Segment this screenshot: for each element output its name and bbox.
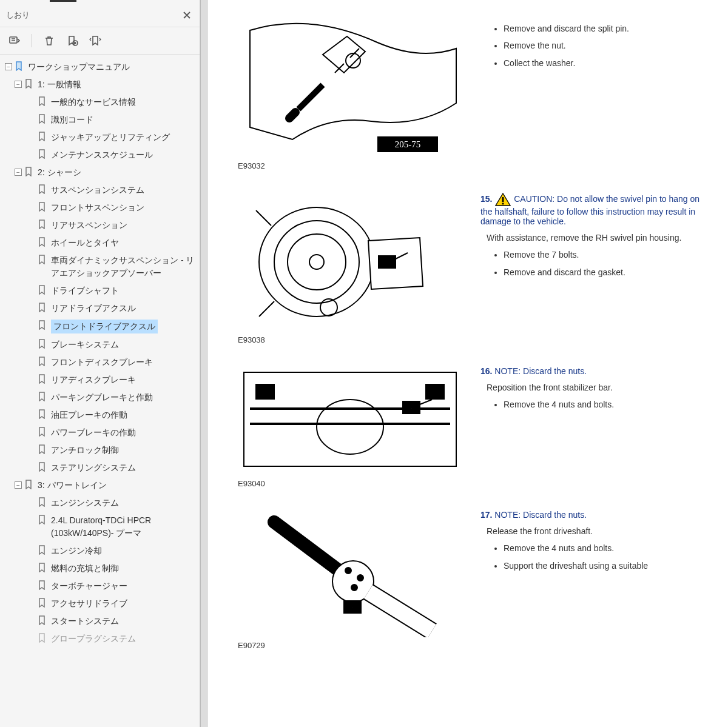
bookmarks-tree[interactable]: −ワークショップマニュアル−1: 一般情報一般的なサービス情報識別コードジャッキ… <box>0 55 200 727</box>
bookmark-item[interactable]: −1: 一般情報 <box>4 76 197 93</box>
tree-toggle-icon[interactable]: − <box>15 81 22 88</box>
figure-e93038: x7 <box>238 192 462 332</box>
bookmark-item[interactable]: リアサスペンション <box>4 216 197 234</box>
bookmark-item[interactable]: 燃料の充填と制御 <box>4 560 197 577</box>
tree-toggle-icon[interactable]: − <box>5 63 12 70</box>
bookmark-label: ワークショップマニュアル <box>28 61 130 73</box>
bookmark-icon <box>38 219 47 230</box>
document-viewport[interactable]: 205-75 E93032 Remove and discard the spl… <box>207 0 728 727</box>
bookmark-item[interactable]: −3: パワートレイン <box>4 477 197 494</box>
bookmark-label: ステアリングシステム <box>51 461 136 474</box>
panel-title: しおり <box>6 10 30 21</box>
tree-toggle-icon <box>28 322 35 329</box>
pane-divider[interactable] <box>200 0 207 727</box>
tree-toggle-icon[interactable]: − <box>15 169 22 176</box>
bookmark-icon <box>38 303 47 313</box>
tree-toggle-icon <box>28 464 35 471</box>
svg-text:x4: x4 <box>407 403 416 412</box>
bookmark-icon <box>38 255 47 266</box>
bookmark-label: 1: 一般情報 <box>38 78 81 91</box>
bookmark-item[interactable]: サスペンションシステム <box>4 181 197 199</box>
bookmark-label: フロントドライブアクスル <box>51 320 158 333</box>
tree-toggle-icon <box>28 429 35 436</box>
tool-label: 205-75 <box>395 139 421 149</box>
bookmark-icon <box>38 320 47 331</box>
expand-icon[interactable] <box>87 32 104 49</box>
bookmark-item[interactable]: フロントディスクブレーキ <box>4 353 197 371</box>
tree-toggle-icon <box>28 376 35 383</box>
bookmark-item[interactable]: スタートシステム <box>4 612 197 630</box>
bookmark-icon <box>38 497 47 508</box>
caution-icon <box>494 192 511 207</box>
bookmark-item[interactable]: アンチロック制御 <box>4 441 197 459</box>
figure-caption: E93032 <box>238 161 462 170</box>
bookmark-icon <box>38 409 47 420</box>
tree-toggle-icon <box>28 133 35 141</box>
bookmark-label: アンチロック制御 <box>51 444 119 457</box>
bookmark-item[interactable]: ステアリングシステム <box>4 459 197 477</box>
bookmark-item[interactable]: 識別コード <box>4 111 197 129</box>
bookmark-item[interactable]: フロントドライブアクスル <box>4 317 197 336</box>
bookmark-icon <box>38 114 47 125</box>
bookmark-label: ジャッキアップとリフティング <box>51 131 170 144</box>
bookmark-item[interactable]: パワーブレーキの作動 <box>4 424 197 441</box>
tree-toggle-icon <box>28 304 35 312</box>
tree-toggle-icon <box>28 411 35 418</box>
tree-toggle-icon[interactable]: − <box>15 481 22 489</box>
bookmark-label: リアドライブアクスル <box>51 302 136 315</box>
bookmark-item[interactable]: エンジンシステム <box>4 494 197 512</box>
tree-toggle-icon <box>28 151 35 158</box>
bookmark-label: アクセサリドライブ <box>51 597 127 610</box>
bookmark-label: 2: シャーシ <box>38 166 81 179</box>
bookmark-item[interactable]: 油圧ブレーキの作動 <box>4 406 197 424</box>
bookmark-item[interactable]: リアディスクブレーキ <box>4 371 197 389</box>
bookmark-item[interactable]: 一般的なサービス情報 <box>4 93 197 111</box>
svg-rect-15 <box>256 384 274 399</box>
svg-point-21 <box>357 575 363 581</box>
add-bookmark-icon[interactable] <box>64 32 81 49</box>
bookmark-icon <box>38 96 47 107</box>
bookmark-item[interactable]: ジャッキアップとリフティング <box>4 129 197 146</box>
bookmark-item[interactable]: ドライブシャフト <box>4 282 197 300</box>
figure-e93032: 205-75 <box>238 18 462 158</box>
bookmarks-sidebar: しおり −ワークショップマニュアル−1: 一般情報一般的なサービス情報識別コード… <box>0 0 200 727</box>
step-instruction: Reposition the front stabilizer bar. <box>487 381 710 394</box>
bookmark-label: ドライブシャフト <box>51 284 119 297</box>
bookmark-item[interactable]: ブレーキシステム <box>4 336 197 353</box>
bookmark-item[interactable]: 車両ダイナミックサスペンション - リアエアショックアブソーバー <box>4 252 197 282</box>
svg-rect-12 <box>502 203 504 205</box>
bookmark-item[interactable]: −2: シャーシ <box>4 164 197 181</box>
bookmark-label: メンテナンススケジュール <box>51 149 153 161</box>
bookmark-icon <box>38 580 47 591</box>
bookmark-item[interactable]: リアドライブアクスル <box>4 300 197 317</box>
bookmark-item[interactable]: フロントサスペンション <box>4 199 197 216</box>
bookmark-item[interactable]: 2.4L Duratorq-TDCi HPCR (103kW/140PS)- プ… <box>4 512 197 542</box>
bookmark-icon <box>38 462 47 473</box>
bookmark-item[interactable]: アクセサリドライブ <box>4 595 197 612</box>
tree-toggle-icon <box>28 547 35 554</box>
bookmark-icon <box>38 357 47 367</box>
step-number: 16. <box>480 366 492 376</box>
step-number: 15. <box>480 194 492 204</box>
bookmark-item[interactable]: パーキングブレーキと作動 <box>4 389 197 406</box>
step-instruction: Release the front driveshaft. <box>487 524 710 538</box>
caution-text: CAUTION: Do not allow the swivel pin to … <box>480 194 699 226</box>
bookmark-icon <box>38 374 47 385</box>
options-icon[interactable] <box>6 32 23 49</box>
bookmark-item[interactable]: −ワークショップマニュアル <box>4 58 197 76</box>
bookmark-item[interactable]: グロープラグシステム <box>4 630 197 648</box>
tree-toggle-icon <box>28 600 35 607</box>
delete-icon[interactable] <box>41 32 58 49</box>
bookmark-item[interactable]: ホイールとタイヤ <box>4 234 197 252</box>
bookmark-icon <box>38 563 47 574</box>
bookmark-item[interactable]: メンテナンススケジュール <box>4 146 197 164</box>
tree-toggle-icon <box>28 116 35 123</box>
figure-e93040: x4 <box>238 366 462 475</box>
bookmark-item[interactable]: ターボチャージャー <box>4 577 197 595</box>
bookmark-item[interactable]: エンジン冷却 <box>4 542 197 560</box>
panel-header: しおり <box>0 6 200 27</box>
bookmark-icon <box>38 615 47 626</box>
bookmark-icon <box>38 132 47 142</box>
tree-toggle-icon <box>28 499 35 506</box>
close-icon[interactable] <box>180 8 194 22</box>
